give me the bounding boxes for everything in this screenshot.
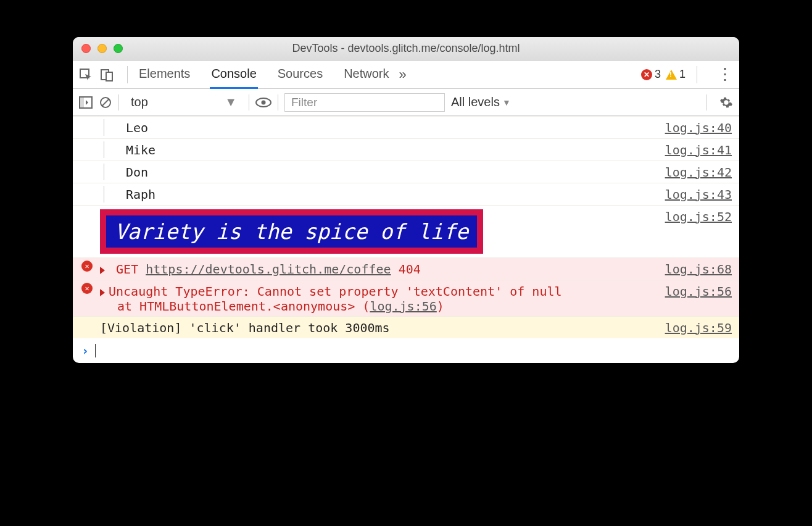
- clear-console-icon[interactable]: [99, 96, 112, 109]
- stack-frame-suffix: ): [437, 299, 444, 314]
- filter-input[interactable]: [284, 93, 445, 112]
- separator: [278, 94, 278, 111]
- titlebar: DevTools - devtools.glitch.me/console/lo…: [73, 37, 739, 61]
- styled-log-message: Variety is the spice of life: [100, 209, 483, 254]
- tab-network[interactable]: Network: [342, 61, 390, 89]
- source-link[interactable]: log.js:52: [665, 208, 732, 224]
- expand-icon[interactable]: [100, 267, 105, 274]
- warning-count-badge[interactable]: 1: [666, 68, 686, 81]
- context-value: top: [131, 95, 148, 109]
- source-link[interactable]: log.js:43: [665, 186, 732, 202]
- text-cursor: [95, 344, 96, 357]
- panel-tabbar: Elements Console Sources Network » ✕ 3 1…: [73, 61, 739, 89]
- tab-elements[interactable]: Elements: [138, 61, 191, 89]
- error-icon: ✕: [81, 283, 93, 294]
- window-title: DevTools - devtools.glitch.me/console/lo…: [73, 42, 739, 55]
- violation-message: [Violation] 'click' handler took 3000ms: [100, 319, 665, 335]
- chevron-down-icon: ▼: [502, 98, 511, 107]
- error-icon: ✕: [81, 261, 93, 272]
- source-link[interactable]: log.js:68: [665, 261, 732, 277]
- error-count: 3: [655, 68, 661, 81]
- inspect-element-icon[interactable]: [79, 68, 93, 81]
- devtools-window: DevTools - devtools.glitch.me/console/lo…: [73, 37, 739, 363]
- console-prompt[interactable]: ›: [73, 338, 739, 363]
- log-row[interactable]: Leo log.js:40: [73, 116, 739, 138]
- live-expression-icon[interactable]: [255, 97, 271, 108]
- warning-count: 1: [679, 68, 686, 81]
- overflow-tabs-icon[interactable]: »: [399, 67, 407, 83]
- svg-point-8: [262, 100, 266, 104]
- console-output: Leo log.js:40 Mike log.js:41 Don log.js:…: [73, 116, 739, 363]
- source-link[interactable]: log.js:59: [665, 319, 732, 335]
- stack-source-link[interactable]: log.js:56: [370, 299, 436, 314]
- log-row[interactable]: Don log.js:42: [73, 161, 739, 183]
- error-message: Uncaught TypeError: Cannot set property …: [109, 284, 562, 299]
- http-method: GET: [116, 262, 138, 277]
- levels-label: All levels: [451, 95, 500, 109]
- settings-icon[interactable]: [719, 96, 733, 109]
- panel-tabs: Elements Console Sources Network: [138, 61, 391, 89]
- separator: [249, 94, 249, 111]
- svg-line-6: [102, 99, 109, 106]
- request-url[interactable]: https://devtools.glitch.me/coffee: [146, 262, 391, 277]
- tab-console[interactable]: Console: [210, 61, 257, 89]
- log-row[interactable]: Mike log.js:41: [73, 138, 739, 161]
- chevron-down-icon: ▼: [225, 95, 237, 109]
- separator: [706, 94, 707, 111]
- log-message: Leo: [126, 119, 665, 135]
- device-toolbar-icon[interactable]: [100, 68, 114, 81]
- log-row[interactable]: Raph log.js:43: [73, 183, 739, 205]
- source-link[interactable]: log.js:40: [665, 119, 732, 135]
- log-message: Mike: [126, 141, 665, 157]
- toggle-sidebar-icon[interactable]: [79, 96, 93, 109]
- log-row-styled[interactable]: Variety is the spice of life log.js:52: [73, 205, 739, 257]
- warning-icon: [666, 70, 677, 80]
- tab-sources[interactable]: Sources: [276, 61, 324, 89]
- separator: [697, 66, 697, 83]
- source-link[interactable]: log.js:41: [665, 141, 732, 157]
- error-icon: ✕: [641, 69, 652, 80]
- console-toolbar: top ▼ All levels ▼: [73, 89, 739, 116]
- context-selector[interactable]: top ▼: [125, 93, 242, 111]
- separator: [118, 94, 119, 111]
- log-row-js-error[interactable]: ✕ Uncaught TypeError: Cannot set propert…: [73, 280, 739, 316]
- log-message: Don: [126, 164, 665, 180]
- error-count-badge[interactable]: ✕ 3: [641, 68, 661, 81]
- source-link[interactable]: log.js:56: [665, 283, 732, 299]
- log-message: Raph: [126, 186, 665, 202]
- stack-frame-prefix: at HTMLButtonElement.<anonymous> (: [117, 299, 370, 314]
- svg-rect-2: [106, 72, 112, 81]
- source-link[interactable]: log.js:42: [665, 164, 732, 180]
- log-row-network-error[interactable]: ✕ GET https://devtools.glitch.me/coffee …: [73, 257, 739, 280]
- svg-rect-4: [80, 97, 84, 108]
- more-menu-icon[interactable]: ⋮: [717, 65, 733, 84]
- expand-icon[interactable]: [100, 289, 105, 296]
- prompt-chevron-icon: ›: [81, 343, 89, 358]
- http-status: 404: [399, 262, 421, 277]
- log-row-violation[interactable]: [Violation] 'click' handler took 3000ms …: [73, 316, 739, 338]
- separator: [127, 66, 128, 83]
- log-levels-selector[interactable]: All levels ▼: [451, 95, 511, 109]
